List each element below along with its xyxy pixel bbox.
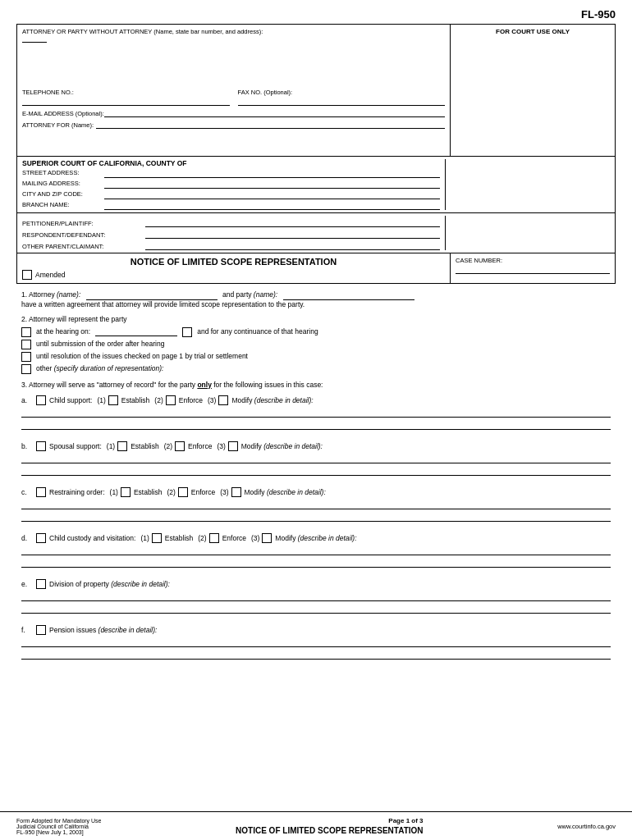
- mailing-row: MAILING ADDRESS:: [22, 180, 440, 189]
- city-line[interactable]: [104, 190, 440, 199]
- street-line[interactable]: [104, 169, 440, 178]
- email-row: E-MAIL ADDRESS (Optional):: [22, 107, 445, 117]
- item-e-label: Division of property (describe in detail…: [49, 580, 170, 588]
- item-b: b. Spousal support: (1) Establish (2) En…: [21, 441, 611, 476]
- petitioner-line[interactable]: [145, 218, 440, 227]
- fax-section: FAX NO. (Optional):: [238, 89, 446, 106]
- amended-checkbox[interactable]: [22, 270, 32, 280]
- parties-section: PETITIONER/PLAINTIFF: RESPONDENT/DEFENDA…: [16, 213, 616, 253]
- item-d-checks: Child custody and visitation: (1) Establ…: [49, 533, 357, 543]
- city-label: CITY AND ZIP CODE:: [22, 190, 104, 199]
- street-label: STREET ADDRESS:: [22, 169, 104, 178]
- item-b-check3[interactable]: [228, 441, 238, 451]
- item-c-checkbox[interactable]: [36, 487, 46, 497]
- parties-left: PETITIONER/PLAINTIFF: RESPONDENT/DEFENDA…: [22, 216, 446, 250]
- item-b-detail: [21, 454, 611, 476]
- item-c-check1[interactable]: [121, 487, 131, 497]
- item-d-label: Child custody and visitation:: [49, 534, 135, 542]
- item-a-check3[interactable]: [218, 395, 228, 405]
- respondent-row: RESPONDENT/DEFENDANT:: [22, 230, 440, 239]
- other-line[interactable]: [145, 241, 440, 250]
- footer-title: NOTICE OF LIMITED SCOPE REPRESENTATION: [236, 826, 424, 835]
- page: FL-950 ATTORNEY OR PARTY WITHOUT ATTORNE…: [0, 0, 632, 840]
- item-c-row: c. Restraining order: (1) Establish (2) …: [21, 487, 611, 497]
- item2-b-checkbox[interactable]: [21, 340, 31, 349]
- item-f-row: f. Pension issues (describe in detail):: [21, 625, 611, 635]
- item-c-check3[interactable]: [231, 487, 241, 497]
- item-b-checks: Spousal support: (1) Establish (2) Enfor…: [49, 441, 323, 451]
- footer-website: www.courtinfo.ca.gov: [557, 823, 616, 830]
- item-a-checks: Child support: (1) Establish (2) Enforce…: [49, 395, 314, 405]
- attorney-for-line[interactable]: [96, 119, 445, 129]
- item1-and: and party (name):: [222, 290, 277, 299]
- item-f-label: Pension issues (describe in detail):: [49, 626, 157, 634]
- tel-line[interactable]: [22, 96, 230, 106]
- branch-line[interactable]: [104, 201, 440, 210]
- tel-label: TELEPHONE NO.:: [22, 89, 74, 96]
- item-d-checkbox[interactable]: [36, 533, 46, 543]
- item-a: a. Child support: (1) Establish (2) Enfo…: [21, 395, 611, 430]
- item2-a-checkbox[interactable]: [21, 327, 31, 337]
- item-d-check2[interactable]: [209, 533, 219, 543]
- item-a-check1[interactable]: [108, 395, 118, 405]
- item-e-letter: e.: [21, 580, 36, 588]
- item-e-detail: [21, 592, 611, 614]
- title-left: NOTICE OF LIMITED SCOPE REPRESENTATION A…: [17, 253, 451, 283]
- item-d-detail: [21, 546, 611, 568]
- item3-intro: 3. Attorney will serve as "attorney of r…: [21, 381, 611, 390]
- item-e-checkbox[interactable]: [36, 579, 46, 589]
- item-c-label: Restraining order:: [49, 488, 105, 496]
- case-number-line[interactable]: [456, 264, 610, 274]
- bar-line: [22, 42, 47, 43]
- title-section: NOTICE OF LIMITED SCOPE REPRESENTATION A…: [16, 253, 616, 284]
- other-row: OTHER PARENT/CLAIMANT:: [22, 241, 440, 250]
- item-b-row: b. Spousal support: (1) Establish (2) En…: [21, 441, 611, 451]
- court-left: SUPERIOR COURT OF CALIFORNIA, COUNTY OF …: [22, 159, 446, 210]
- item2-cont-checkbox[interactable]: [182, 327, 192, 337]
- item-b-check1[interactable]: [117, 441, 127, 451]
- petitioner-row: PETITIONER/PLAINTIFF:: [22, 218, 440, 227]
- title-right: CASE NUMBER:: [451, 253, 615, 283]
- item-d-check1[interactable]: [152, 533, 162, 543]
- item-a-letter: a.: [21, 396, 36, 404]
- email-label: E-MAIL ADDRESS (Optional):: [22, 110, 104, 117]
- item2-c-checkbox[interactable]: [21, 352, 31, 362]
- fax-line[interactable]: [238, 96, 446, 106]
- item2-b-row: until submission of the order after hear…: [21, 340, 611, 349]
- item-a-check2[interactable]: [166, 395, 176, 405]
- item-a-detail: [21, 409, 611, 430]
- tel-section: TELEPHONE NO.:: [22, 89, 230, 106]
- mailing-label: MAILING ADDRESS:: [22, 180, 104, 189]
- footer-left: Form Adopted for Mandatory Use Judicial …: [16, 818, 102, 835]
- footer-center: Page 1 of 3 NOTICE OF LIMITED SCOPE REPR…: [236, 817, 424, 835]
- item-a-row: a. Child support: (1) Establish (2) Enfo…: [21, 395, 611, 405]
- item-b-letter: b.: [21, 442, 36, 450]
- item-c-check2[interactable]: [178, 487, 188, 497]
- item2-cont-label: and for any continuance of that hearing: [197, 327, 318, 337]
- court-right: [446, 159, 610, 210]
- item-d-letter: d.: [21, 534, 36, 542]
- court-info-section: SUPERIOR COURT OF CALIFORNIA, COUNTY OF …: [16, 157, 616, 213]
- parties-right: [446, 216, 610, 250]
- mailing-line[interactable]: [104, 180, 440, 189]
- item-f-detail: [21, 638, 611, 660]
- attorney-for-row: ATTORNEY FOR (Name):: [22, 119, 445, 129]
- respondent-line[interactable]: [145, 230, 440, 239]
- body-section: 1. Attorney (name): and party (name): ha…: [16, 284, 616, 678]
- email-line[interactable]: [104, 107, 445, 117]
- branch-row: BRANCH NAME:: [22, 201, 440, 210]
- item-b-check2[interactable]: [175, 441, 185, 451]
- item-d-check3[interactable]: [262, 533, 272, 543]
- item-f-checkbox[interactable]: [36, 625, 46, 635]
- item-a-checkbox[interactable]: [36, 395, 46, 405]
- footer-adopted: Form Adopted for Mandatory Use: [16, 818, 102, 824]
- fax-label: FAX NO. (Optional):: [238, 89, 293, 96]
- item-d-row: d. Child custody and visitation: (1) Est…: [21, 533, 611, 543]
- item2-d-checkbox[interactable]: [21, 364, 31, 374]
- item-c-letter: c.: [21, 488, 36, 496]
- footer-form-id: FL-950 [New July 1, 2003]: [16, 829, 102, 835]
- item-f-letter: f.: [21, 626, 36, 634]
- header-section: ATTORNEY OR PARTY WITHOUT ATTORNEY (Name…: [16, 24, 616, 157]
- item2-intro: 2. Attorney will represent the party: [21, 315, 611, 325]
- item-b-checkbox[interactable]: [36, 441, 46, 451]
